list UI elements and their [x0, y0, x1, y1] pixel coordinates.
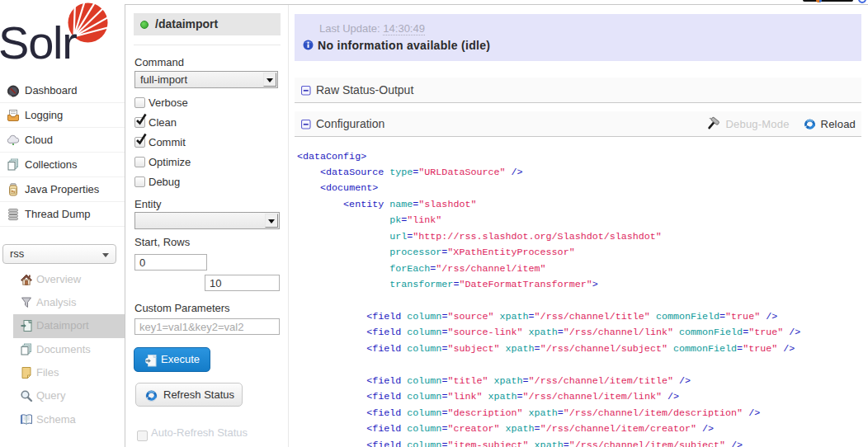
svg-text:Solr: Solr: [0, 16, 77, 68]
